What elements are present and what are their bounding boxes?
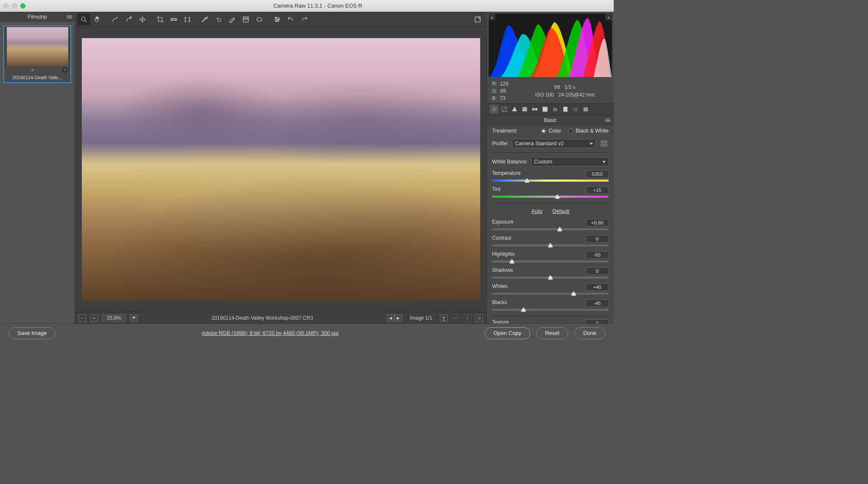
tab-curve[interactable] (500, 105, 509, 114)
target-adjust-tool[interactable] (136, 14, 149, 25)
svg-point-25 (278, 19, 279, 20)
prev-image-button[interactable]: ◀ (387, 314, 395, 322)
temperature-slider[interactable]: Temperature5350 (487, 169, 614, 185)
rotate-right-tool[interactable] (298, 14, 311, 25)
rotate-left-tool[interactable] (284, 14, 297, 25)
svg-point-3 (141, 17, 145, 21)
svg-line-38 (492, 111, 493, 111)
histogram[interactable]: ▲ ▲ (489, 14, 612, 77)
thumbnail-rating[interactable]: ★ · · · · ⚙ (5, 66, 70, 74)
shadows-slider[interactable]: Shadows0 (487, 266, 614, 282)
sliders-icon[interactable] (476, 314, 483, 322)
svg-point-24 (275, 17, 277, 18)
hand-tool[interactable] (91, 14, 104, 25)
svg-rect-44 (532, 108, 534, 111)
open-copy-button[interactable]: Open Copy (484, 327, 530, 339)
svg-rect-59 (605, 144, 607, 147)
svg-line-36 (492, 108, 493, 108)
maximize-window-button[interactable] (20, 3, 25, 8)
zoom-in-button[interactable]: + (90, 314, 98, 322)
preview-statusbar: − + 25.6% 20190114-Death Valley Workshop… (75, 312, 487, 324)
adjustment-brush-tool[interactable] (226, 14, 239, 25)
whites-slider[interactable]: Whites+40 (487, 282, 614, 298)
zoom-dropdown[interactable] (130, 314, 138, 322)
crop-tool[interactable] (154, 14, 167, 25)
exif-readout: f/8 1/3 s ISO 100 24-105@42 mm (521, 83, 609, 99)
reset-button[interactable]: Reset (536, 327, 568, 339)
profile-select[interactable]: Camera Standard v2 (512, 139, 596, 148)
compare-button[interactable]: Y (440, 314, 448, 322)
zoom-out-button[interactable]: − (78, 314, 86, 322)
tab-basic[interactable] (490, 105, 499, 114)
tab-detail[interactable] (510, 105, 519, 114)
svg-point-31 (493, 108, 495, 111)
svg-point-20 (257, 17, 262, 21)
profile-browser-icon[interactable] (599, 139, 609, 148)
preview-area[interactable] (75, 27, 487, 312)
done-button[interactable]: Done (574, 327, 605, 339)
svg-point-14 (218, 18, 221, 22)
svg-point-4 (142, 19, 143, 20)
treatment-bw-radio[interactable]: Black & White (568, 128, 609, 134)
blacks-slider[interactable]: Blacks-45 (487, 298, 614, 314)
svg-rect-45 (535, 108, 537, 111)
preferences-tool[interactable] (271, 14, 284, 25)
svg-rect-54 (584, 109, 588, 110)
tab-split[interactable] (530, 105, 540, 114)
texture-slider[interactable]: Texture0 (487, 318, 614, 324)
filmstrip-thumbnail[interactable]: ★ · · · · ⚙ 20190114-Death Valle... (3, 25, 71, 83)
rgb-readout: R: 129 G: 89 B: 73 (492, 80, 509, 102)
panel-tabs: fx (487, 103, 614, 115)
save-image-button[interactable]: Save Image (8, 327, 56, 339)
treatment-color-radio[interactable]: Color (541, 128, 561, 134)
transform-tool[interactable] (181, 14, 194, 25)
minimize-window-button[interactable] (12, 3, 17, 8)
filmstrip-header: Filmstrip (0, 12, 75, 22)
filmstrip-menu-icon[interactable] (67, 15, 72, 19)
exposure-slider[interactable]: Exposure+0.80 (487, 218, 614, 234)
zoom-level[interactable]: 25.6% (102, 314, 126, 322)
tab-calibration[interactable] (561, 105, 570, 114)
window-controls (3, 3, 25, 8)
red-eye-tool[interactable] (212, 14, 225, 25)
view-mode-1[interactable]: ▭ (452, 314, 459, 322)
preview-image (82, 38, 480, 301)
highlights-slider[interactable]: Highlights-65 (487, 250, 614, 266)
tab-fx[interactable]: fx (551, 105, 560, 114)
fullscreen-tool[interactable] (471, 14, 484, 25)
svg-rect-55 (584, 111, 588, 111)
graduated-filter-tool[interactable] (239, 14, 252, 25)
color-sampler-tool[interactable] (122, 14, 135, 25)
default-button[interactable]: Default (553, 208, 570, 214)
next-image-button[interactable]: ▶ (395, 314, 402, 322)
shadow-clip-warning[interactable]: ▲ (489, 14, 495, 20)
basic-menu-icon[interactable] (605, 119, 610, 122)
svg-point-26 (276, 20, 277, 22)
close-window-button[interactable] (3, 3, 8, 8)
auto-button[interactable]: Auto (531, 208, 542, 214)
svg-rect-43 (523, 110, 527, 111)
profile-label: Profile: (492, 141, 509, 147)
bottombar: Save Image Adobe RGB (1998); 8 bit; 6720… (0, 324, 614, 342)
white-balance-tool[interactable] (109, 14, 122, 25)
spot-removal-tool[interactable] (199, 14, 211, 25)
svg-line-39 (495, 108, 496, 108)
svg-rect-41 (523, 108, 527, 109)
settings-badge-icon[interactable]: ⚙ (62, 67, 68, 73)
tab-lens[interactable] (540, 105, 550, 114)
radial-filter-tool[interactable] (253, 14, 266, 25)
basic-panel: Basic Treatment: Color Black & White Pro… (487, 115, 614, 324)
titlebar: Camera Raw 11.3.1 - Canon EOS R (0, 0, 614, 12)
straighten-tool[interactable] (167, 14, 180, 25)
tab-presets[interactable] (571, 105, 580, 114)
zoom-tool[interactable] (78, 14, 90, 25)
highlight-clip-warning[interactable]: ▲ (605, 14, 612, 20)
workflow-options-link[interactable]: Adobe RGB (1998); 8 bit; 6720 by 4480 (3… (202, 330, 338, 336)
tab-hsl[interactable] (520, 105, 529, 114)
tint-slider[interactable]: Tint+15 (487, 185, 614, 201)
view-mode-2[interactable]: ▯ (464, 314, 471, 322)
tab-snapshots[interactable] (581, 105, 590, 114)
readout-row: R: 129 G: 89 B: 73 f/8 1/3 s ISO 100 24-… (487, 79, 614, 103)
contrast-slider[interactable]: Contrast0 (487, 234, 614, 250)
wb-select[interactable]: Custom (531, 157, 609, 166)
